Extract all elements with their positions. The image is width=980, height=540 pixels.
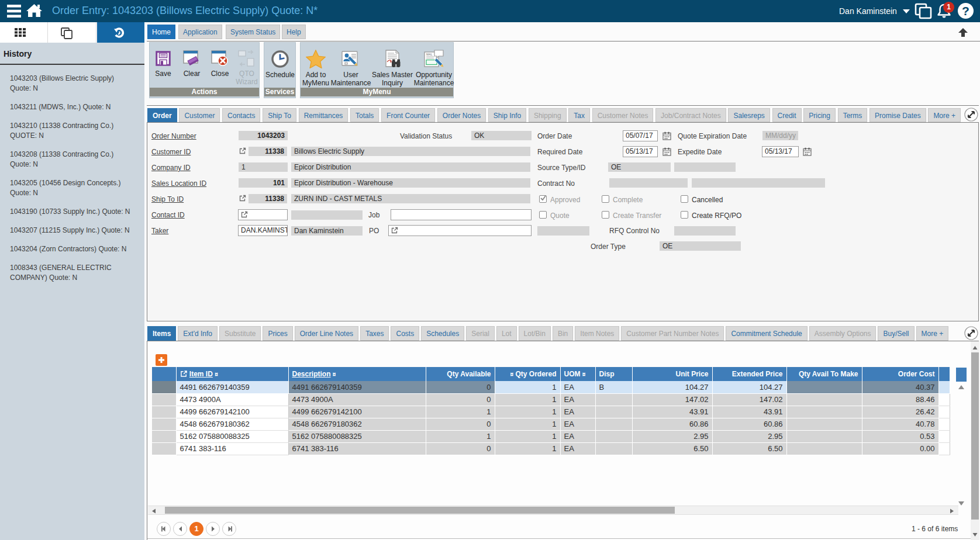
svg-text:MAIL: MAIL — [426, 53, 433, 56]
